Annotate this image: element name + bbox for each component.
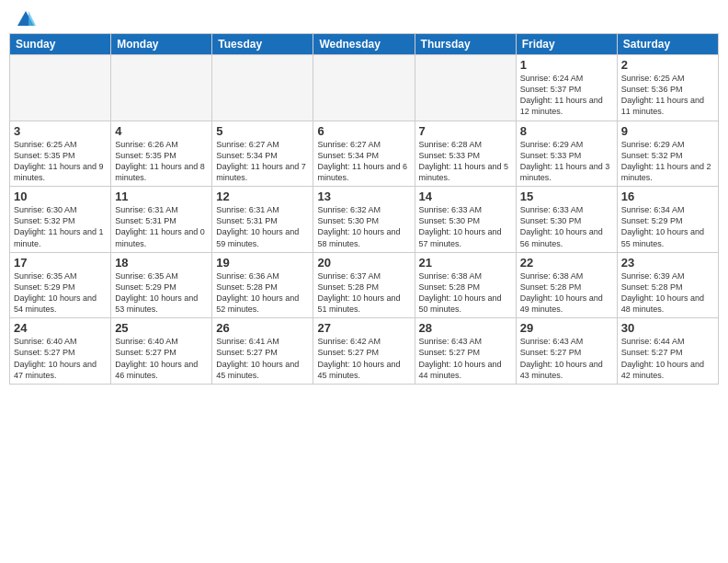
day-number: 15 [520, 190, 613, 203]
logo-text [15, 9, 37, 29]
calendar-cell: 11Sunrise: 6:31 AM Sunset: 5:31 PM Dayli… [111, 187, 212, 253]
day-number: 6 [317, 124, 410, 138]
col-header-tuesday: Tuesday [212, 34, 313, 55]
day-info: Sunrise: 6:27 AM Sunset: 5:34 PM Dayligh… [317, 139, 410, 184]
day-number: 29 [520, 321, 613, 335]
day-number: 22 [520, 256, 613, 270]
calendar-cell: 8Sunrise: 6:29 AM Sunset: 5:33 PM Daylig… [516, 121, 617, 187]
day-info: Sunrise: 6:24 AM Sunset: 5:37 PM Dayligh… [520, 73, 613, 118]
col-header-thursday: Thursday [415, 34, 516, 55]
calendar-cell: 29Sunrise: 6:43 AM Sunset: 5:27 PM Dayli… [516, 318, 617, 385]
calendar-cell: 18Sunrise: 6:35 AM Sunset: 5:29 PM Dayli… [111, 252, 212, 318]
day-number: 16 [621, 190, 714, 203]
day-number: 11 [115, 190, 208, 203]
day-info: Sunrise: 6:33 AM Sunset: 5:30 PM Dayligh… [419, 204, 512, 249]
day-number: 21 [419, 256, 512, 270]
logo-icon [16, 9, 36, 29]
day-number: 2 [621, 58, 714, 72]
page-header [0, 0, 728, 33]
calendar-cell [313, 55, 415, 121]
day-number: 1 [520, 58, 613, 72]
day-number: 3 [14, 124, 107, 138]
day-info: Sunrise: 6:43 AM Sunset: 5:27 PM Dayligh… [419, 336, 512, 381]
calendar-cell: 14Sunrise: 6:33 AM Sunset: 5:30 PM Dayli… [415, 187, 516, 253]
day-info: Sunrise: 6:44 AM Sunset: 5:27 PM Dayligh… [621, 336, 714, 381]
calendar-cell: 13Sunrise: 6:32 AM Sunset: 5:30 PM Dayli… [313, 187, 415, 253]
calendar-cell: 25Sunrise: 6:40 AM Sunset: 5:27 PM Dayli… [111, 318, 212, 385]
day-info: Sunrise: 6:38 AM Sunset: 5:28 PM Dayligh… [419, 270, 512, 316]
day-number: 26 [216, 321, 309, 335]
day-number: 13 [317, 190, 410, 203]
day-info: Sunrise: 6:38 AM Sunset: 5:28 PM Dayligh… [520, 270, 613, 316]
calendar-cell: 9Sunrise: 6:29 AM Sunset: 5:32 PM Daylig… [617, 121, 718, 187]
calendar-cell: 19Sunrise: 6:36 AM Sunset: 5:28 PM Dayli… [212, 252, 313, 318]
day-info: Sunrise: 6:25 AM Sunset: 5:35 PM Dayligh… [14, 139, 107, 184]
day-number: 18 [115, 256, 208, 270]
day-number: 24 [14, 321, 107, 335]
calendar-cell: 2Sunrise: 6:25 AM Sunset: 5:36 PM Daylig… [617, 55, 718, 121]
day-number: 30 [621, 321, 714, 335]
day-info: Sunrise: 6:41 AM Sunset: 5:27 PM Dayligh… [216, 336, 309, 381]
day-info: Sunrise: 6:43 AM Sunset: 5:27 PM Dayligh… [520, 336, 613, 381]
calendar-header-row: SundayMondayTuesdayWednesdayThursdayFrid… [10, 34, 719, 55]
day-info: Sunrise: 6:31 AM Sunset: 5:31 PM Dayligh… [216, 204, 309, 249]
calendar-cell: 4Sunrise: 6:26 AM Sunset: 5:35 PM Daylig… [111, 121, 212, 187]
day-info: Sunrise: 6:33 AM Sunset: 5:30 PM Dayligh… [520, 204, 613, 249]
calendar-cell: 3Sunrise: 6:25 AM Sunset: 5:35 PM Daylig… [10, 121, 111, 187]
calendar-cell: 6Sunrise: 6:27 AM Sunset: 5:34 PM Daylig… [313, 121, 415, 187]
day-info: Sunrise: 6:35 AM Sunset: 5:29 PM Dayligh… [115, 270, 208, 316]
day-info: Sunrise: 6:31 AM Sunset: 5:31 PM Dayligh… [115, 204, 208, 249]
calendar-week-2: 3Sunrise: 6:25 AM Sunset: 5:35 PM Daylig… [10, 121, 719, 187]
day-info: Sunrise: 6:29 AM Sunset: 5:33 PM Dayligh… [520, 139, 613, 184]
col-header-wednesday: Wednesday [313, 34, 415, 55]
calendar-cell: 10Sunrise: 6:30 AM Sunset: 5:32 PM Dayli… [10, 187, 111, 253]
calendar-week-1: 1Sunrise: 6:24 AM Sunset: 5:37 PM Daylig… [10, 55, 719, 121]
col-header-friday: Friday [516, 34, 617, 55]
col-header-monday: Monday [111, 34, 212, 55]
calendar-week-3: 10Sunrise: 6:30 AM Sunset: 5:32 PM Dayli… [10, 187, 719, 253]
day-number: 23 [621, 256, 714, 270]
calendar-cell: 22Sunrise: 6:38 AM Sunset: 5:28 PM Dayli… [516, 252, 617, 318]
day-info: Sunrise: 6:34 AM Sunset: 5:29 PM Dayligh… [621, 204, 714, 249]
calendar-cell: 7Sunrise: 6:28 AM Sunset: 5:33 PM Daylig… [415, 121, 516, 187]
day-number: 12 [216, 190, 309, 203]
calendar-cell [10, 55, 111, 121]
calendar-cell: 16Sunrise: 6:34 AM Sunset: 5:29 PM Dayli… [617, 187, 718, 253]
calendar-cell: 17Sunrise: 6:35 AM Sunset: 5:29 PM Dayli… [10, 252, 111, 318]
day-info: Sunrise: 6:40 AM Sunset: 5:27 PM Dayligh… [14, 336, 107, 381]
calendar-cell: 28Sunrise: 6:43 AM Sunset: 5:27 PM Dayli… [415, 318, 516, 385]
calendar-cell: 23Sunrise: 6:39 AM Sunset: 5:28 PM Dayli… [617, 252, 718, 318]
col-header-saturday: Saturday [617, 34, 718, 55]
day-number: 5 [216, 124, 309, 138]
day-number: 10 [14, 190, 107, 203]
day-number: 27 [317, 321, 410, 335]
day-info: Sunrise: 6:39 AM Sunset: 5:28 PM Dayligh… [621, 270, 714, 316]
calendar-week-5: 24Sunrise: 6:40 AM Sunset: 5:27 PM Dayli… [10, 318, 719, 385]
day-number: 8 [520, 124, 613, 138]
day-info: Sunrise: 6:30 AM Sunset: 5:32 PM Dayligh… [14, 204, 107, 249]
calendar-cell [415, 55, 516, 121]
calendar-table: SundayMondayTuesdayWednesdayThursdayFrid… [9, 33, 719, 385]
logo [15, 9, 37, 29]
col-header-sunday: Sunday [10, 34, 111, 55]
day-info: Sunrise: 6:37 AM Sunset: 5:28 PM Dayligh… [317, 270, 410, 316]
calendar-cell: 30Sunrise: 6:44 AM Sunset: 5:27 PM Dayli… [617, 318, 718, 385]
day-number: 7 [419, 124, 512, 138]
day-info: Sunrise: 6:26 AM Sunset: 5:35 PM Dayligh… [115, 139, 208, 184]
calendar-wrapper: SundayMondayTuesdayWednesdayThursdayFrid… [0, 33, 728, 392]
calendar-week-4: 17Sunrise: 6:35 AM Sunset: 5:29 PM Dayli… [10, 252, 719, 318]
svg-marker-1 [28, 11, 36, 26]
day-number: 19 [216, 256, 309, 270]
day-number: 9 [621, 124, 714, 138]
day-info: Sunrise: 6:29 AM Sunset: 5:32 PM Dayligh… [621, 139, 714, 184]
calendar-cell: 21Sunrise: 6:38 AM Sunset: 5:28 PM Dayli… [415, 252, 516, 318]
calendar-cell [111, 55, 212, 121]
day-number: 28 [419, 321, 512, 335]
day-number: 17 [14, 256, 107, 270]
day-info: Sunrise: 6:40 AM Sunset: 5:27 PM Dayligh… [115, 336, 208, 381]
day-info: Sunrise: 6:27 AM Sunset: 5:34 PM Dayligh… [216, 139, 309, 184]
day-info: Sunrise: 6:35 AM Sunset: 5:29 PM Dayligh… [14, 270, 107, 316]
calendar-cell: 27Sunrise: 6:42 AM Sunset: 5:27 PM Dayli… [313, 318, 415, 385]
calendar-cell: 5Sunrise: 6:27 AM Sunset: 5:34 PM Daylig… [212, 121, 313, 187]
day-info: Sunrise: 6:36 AM Sunset: 5:28 PM Dayligh… [216, 270, 309, 316]
